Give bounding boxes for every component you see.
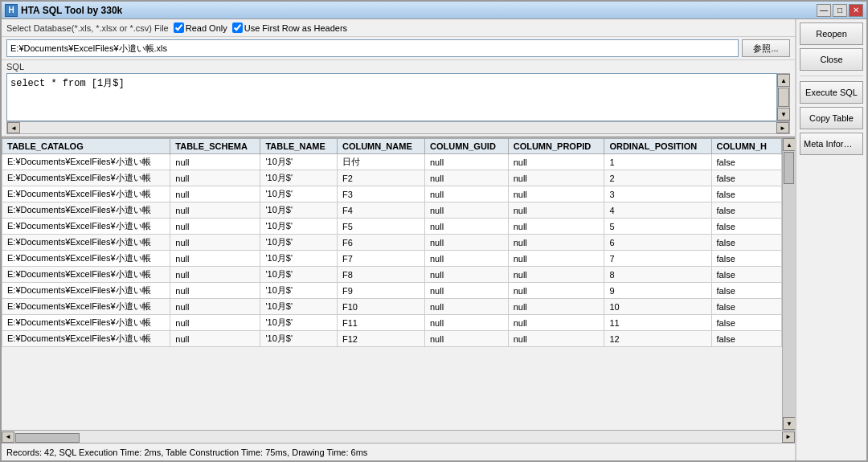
table-cell: null [424, 186, 508, 202]
table-row[interactable]: E:¥Documents¥ExcelFiles¥小遣い帳null'10月$'F2… [2, 170, 782, 186]
table-row[interactable]: E:¥Documents¥ExcelFiles¥小遣い帳null'10月$'F3… [2, 186, 782, 202]
table-header-cell: COLUMN_NAME [337, 139, 424, 154]
db-select-label: Select Database(*.xls, *.xlsx or *.csv) … [6, 23, 169, 33]
app-icon: H [5, 4, 18, 17]
status-bar: Records: 42, SQL Execution Time: 2ms, Ta… [2, 443, 795, 460]
table-cell: false [711, 315, 781, 331]
table-cell: 3 [604, 186, 711, 202]
table-header-cell: TABLE_NAME [260, 139, 337, 154]
file-path-input[interactable] [6, 39, 739, 57]
table-header-cell: COLUMN_PROPID [508, 139, 604, 154]
table-cell: E:¥Documents¥ExcelFiles¥小遣い帳 [2, 186, 170, 202]
table-cell: null [424, 154, 508, 170]
table-row[interactable]: E:¥Documents¥ExcelFiles¥小遣い帳null'10月$'F7… [2, 251, 782, 267]
table-cell: F7 [337, 251, 424, 267]
table-cell: 9 [604, 283, 711, 299]
window-close-button[interactable]: ✕ [849, 4, 863, 17]
table-hscroll-track[interactable] [14, 432, 782, 442]
table-cell: null [170, 186, 260, 202]
title-bar: H HTA SQL Tool by 330k — □ ✕ [2, 2, 866, 19]
sql-hscroll-left[interactable]: ◄ [7, 122, 20, 133]
sql-textarea[interactable] [6, 73, 777, 121]
table-cell: false [711, 267, 781, 283]
table-row[interactable]: E:¥Documents¥ExcelFiles¥小遣い帳null'10月$'F1… [2, 299, 782, 315]
table-cell: null [508, 202, 604, 219]
headers-checkbox[interactable] [232, 22, 243, 33]
browse-button[interactable]: 参照... [742, 39, 790, 57]
sql-hscroll-right[interactable]: ► [776, 122, 789, 133]
table-cell: '10月$' [260, 251, 337, 267]
table-cell: E:¥Documents¥ExcelFiles¥小遣い帳 [2, 170, 170, 186]
sql-vscrollbar[interactable]: ▲ ▼ [777, 73, 790, 121]
table-cell: 8 [604, 267, 711, 283]
table-cell: null [170, 267, 260, 283]
readonly-checkbox[interactable] [174, 22, 184, 33]
main-window: H HTA SQL Tool by 330k — □ ✕ Select Data… [0, 0, 868, 462]
table-cell: F3 [337, 186, 424, 202]
table-hscrollbar[interactable]: ◄ ► [2, 430, 795, 443]
restore-button[interactable]: □ [833, 4, 847, 17]
window-title: HTA SQL Tool by 330k [21, 5, 122, 16]
reopen-button[interactable]: Reopen [800, 22, 863, 45]
table-header: TABLE_CATALOGTABLE_SCHEMATABLE_NAMECOLUM… [2, 139, 782, 154]
sql-hscroll-track[interactable] [20, 123, 776, 133]
table-row[interactable]: E:¥Documents¥ExcelFiles¥小遣い帳null'10月$'日付… [2, 154, 782, 170]
table-vscroll-down[interactable]: ▼ [783, 417, 795, 430]
minimize-button[interactable]: — [817, 4, 831, 17]
sql-section: SQL ▲ ▼ ◄ ► [2, 60, 795, 137]
table-hscroll-left[interactable]: ◄ [2, 431, 14, 443]
table-vscroll-thumb[interactable] [784, 152, 794, 184]
meta-info-button[interactable]: Meta Informatio [800, 133, 863, 155]
copy-table-button[interactable]: Copy Table [800, 107, 863, 129]
table-cell: '10月$' [260, 219, 337, 235]
table-row[interactable]: E:¥Documents¥ExcelFiles¥小遣い帳null'10月$'F1… [2, 315, 782, 331]
table-cell: null [170, 283, 260, 299]
table-row[interactable]: E:¥Documents¥ExcelFiles¥小遣い帳null'10月$'F6… [2, 235, 782, 251]
close-button[interactable]: Close [800, 48, 863, 71]
title-controls: — □ ✕ [817, 4, 863, 17]
table-hscroll-right[interactable]: ► [782, 431, 795, 443]
table-scroll-area[interactable]: TABLE_CATALOGTABLE_SCHEMATABLE_NAMECOLUM… [2, 138, 782, 430]
table-cell: F2 [337, 170, 424, 186]
table-cell: false [711, 331, 781, 347]
table-cell: false [711, 202, 781, 219]
table-hscroll-thumb[interactable] [15, 433, 80, 443]
table-cell: null [170, 331, 260, 347]
table-vscrollbar[interactable]: ▲ ▼ [782, 138, 795, 430]
headers-label: Use First Row as Headers [244, 23, 347, 33]
table-row[interactable]: E:¥Documents¥ExcelFiles¥小遣い帳null'10月$'F4… [2, 202, 782, 219]
status-text: Records: 42, SQL Execution Time: 2ms, Ta… [6, 448, 367, 457]
table-cell: F11 [337, 315, 424, 331]
table-row[interactable]: E:¥Documents¥ExcelFiles¥小遣い帳null'10月$'F9… [2, 283, 782, 299]
table-cell: null [170, 315, 260, 331]
table-cell: false [711, 235, 781, 251]
headers-checkbox-item[interactable]: Use First Row as Headers [232, 22, 347, 33]
execute-sql-button[interactable]: Execute SQL [800, 81, 863, 104]
table-body: E:¥Documents¥ExcelFiles¥小遣い帳null'10月$'日付… [2, 154, 782, 347]
table-header-cell: TABLE_SCHEMA [170, 139, 260, 154]
sql-hscrollbar[interactable]: ◄ ► [6, 121, 790, 134]
table-cell: null [508, 267, 604, 283]
table-cell: '10月$' [260, 154, 337, 170]
table-cell: null [424, 202, 508, 219]
data-table: TABLE_CATALOGTABLE_SCHEMATABLE_NAMECOLUM… [2, 138, 782, 347]
top-controls-row: Select Database(*.xls, *.xlsx or *.csv) … [2, 19, 795, 37]
table-cell: E:¥Documents¥ExcelFiles¥小遣い帳 [2, 235, 170, 251]
table-cell: F9 [337, 283, 424, 299]
table-row[interactable]: E:¥Documents¥ExcelFiles¥小遣い帳null'10月$'F8… [2, 267, 782, 283]
sql-scroll-thumb[interactable] [778, 88, 789, 107]
table-cell: null [508, 154, 604, 170]
sql-scroll-up[interactable]: ▲ [777, 74, 790, 87]
sql-scroll-down[interactable]: ▼ [777, 108, 790, 121]
table-cell: null [508, 283, 604, 299]
table-row[interactable]: E:¥Documents¥ExcelFiles¥小遣い帳null'10月$'F1… [2, 331, 782, 347]
table-vscroll-up[interactable]: ▲ [783, 138, 795, 151]
file-row: 参照... [2, 37, 795, 60]
table-cell: F8 [337, 267, 424, 283]
table-row[interactable]: E:¥Documents¥ExcelFiles¥小遣い帳null'10月$'F5… [2, 219, 782, 235]
table-cell: F12 [337, 331, 424, 347]
table-vscroll-track[interactable] [783, 151, 795, 417]
table-cell: false [711, 251, 781, 267]
table-cell: '10月$' [260, 315, 337, 331]
readonly-checkbox-item[interactable]: Read Only [174, 22, 227, 33]
